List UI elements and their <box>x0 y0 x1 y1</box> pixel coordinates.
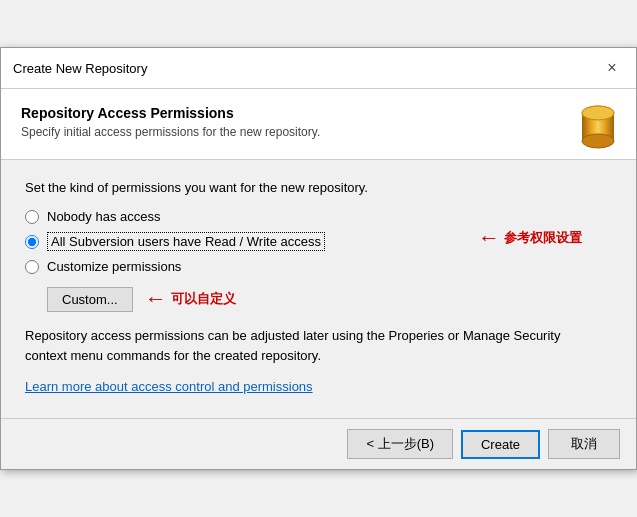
svg-point-2 <box>582 134 614 148</box>
radio-content-area: ← 参考权限设置 Nobody has access All Subversio… <box>25 209 612 394</box>
create-button[interactable]: Create <box>461 430 540 459</box>
header-title: Repository Access Permissions <box>21 105 320 121</box>
radio-item-nobody: Nobody has access <box>25 209 612 224</box>
cylinder-svg <box>580 105 616 149</box>
learn-more-link[interactable]: Learn more about access control and perm… <box>25 379 313 394</box>
annotation-permissions: ← 参考权限设置 <box>478 227 582 249</box>
radio-label-customize[interactable]: Customize permissions <box>47 259 181 274</box>
svg-point-3 <box>582 106 614 120</box>
annotation-custom-text: 可以自定义 <box>171 290 236 308</box>
radio-label-nobody[interactable]: Nobody has access <box>47 209 160 224</box>
annotation-permissions-text: 参考权限设置 <box>504 229 582 247</box>
cancel-button[interactable]: 取消 <box>548 429 620 459</box>
radio-label-allrw[interactable]: All Subversion users have Read / Write a… <box>47 232 325 251</box>
header-subtitle: Specify initial access permissions for t… <box>21 125 320 139</box>
radio-nobody[interactable] <box>25 210 39 224</box>
custom-btn-area: Custom... ← 可以自定义 <box>47 286 612 312</box>
header-text: Repository Access Permissions Specify in… <box>21 105 320 139</box>
arrow-icon: ← <box>478 227 500 249</box>
header-section: Repository Access Permissions Specify in… <box>1 89 636 160</box>
close-button[interactable]: × <box>600 56 624 80</box>
footer: < 上一步(B) Create 取消 <box>1 418 636 469</box>
arrow2-icon: ← <box>145 286 167 312</box>
custom-button[interactable]: Custom... <box>47 287 133 312</box>
radio-section: ← 参考权限设置 Nobody has access All Subversio… <box>25 209 612 274</box>
radio-item-customize: Customize permissions <box>25 259 612 274</box>
dialog-title: Create New Repository <box>13 61 147 76</box>
back-button[interactable]: < 上一步(B) <box>347 429 453 459</box>
radio-customize[interactable] <box>25 260 39 274</box>
content-section: Set the kind of permissions you want for… <box>1 160 636 418</box>
note-text: Repository access permissions can be adj… <box>25 326 612 365</box>
database-icon <box>580 105 616 145</box>
annotation-custom: ← 可以自定义 <box>145 286 236 312</box>
title-bar: Create New Repository × <box>1 48 636 89</box>
create-repository-dialog: Create New Repository × Repository Acces… <box>0 47 637 470</box>
instruction-text: Set the kind of permissions you want for… <box>25 180 612 195</box>
radio-allrw[interactable] <box>25 235 39 249</box>
link-row: Learn more about access control and perm… <box>25 379 612 394</box>
